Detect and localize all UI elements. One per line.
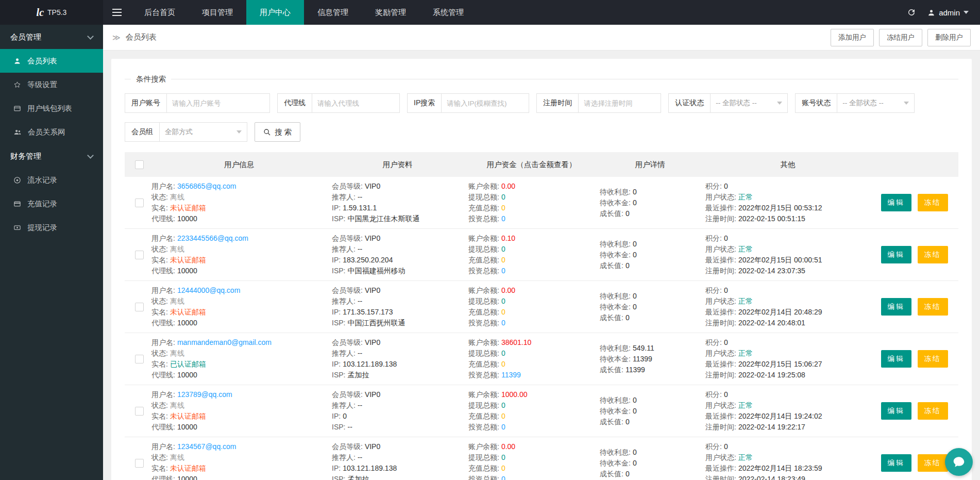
row-checkbox[interactable] [135, 198, 144, 207]
topnav-item[interactable]: 用户中心 [246, 0, 304, 25]
menu-toggle-icon[interactable] [103, 0, 131, 25]
invest-total-amount[interactable]: 0 [501, 214, 505, 223]
topnav-item[interactable]: 系统管理 [419, 0, 477, 25]
ip-input[interactable] [442, 93, 529, 113]
balance-amount[interactable]: 38601.10 [501, 338, 531, 346]
last-operation-time: 2022年02月14日 19:24:02 [738, 412, 822, 420]
invest-total-amount[interactable]: 0 [501, 319, 505, 327]
invest-total-amount[interactable]: 0 [501, 267, 505, 275]
username-link[interactable]: 123789@qq.com [177, 390, 232, 399]
topnav-item[interactable]: 后台首页 [131, 0, 189, 25]
username-link[interactable]: 2233445566@qq.com [177, 234, 248, 242]
agent-line-input[interactable] [312, 93, 400, 113]
last-operation-time: 2022年02月15日 00:00:51 [738, 256, 822, 264]
freeze-button[interactable]: 冻结 [918, 350, 948, 368]
sidebar-item-level-settings[interactable]: 等级设置 [0, 73, 103, 96]
online-status: 离线 [170, 453, 184, 461]
username-link[interactable]: manmandeman0@gmail.com [177, 338, 272, 346]
withdraw-total-amount[interactable]: 0 [501, 193, 505, 201]
freeze-button[interactable]: 冻结 [918, 246, 948, 263]
edit-button[interactable]: 编辑 [881, 350, 911, 368]
withdraw-total-amount[interactable]: 0 [501, 453, 505, 461]
balance-amount[interactable]: 1000.00 [501, 390, 528, 399]
edit-button[interactable]: 编辑 [881, 194, 911, 211]
growth-value: 0 [626, 313, 630, 322]
balance-amount[interactable]: 0.00 [501, 442, 515, 451]
member-list-card: 条件搜索 用户账号 代理线 IP搜索 注册时间 [111, 59, 972, 480]
isp-value: 孟加拉 [347, 371, 369, 379]
referrer-value: -- [358, 349, 362, 357]
withdraw-total-amount[interactable]: 0 [501, 245, 505, 253]
freeze-button[interactable]: 冻结 [918, 194, 948, 211]
edit-button[interactable]: 编辑 [881, 402, 911, 420]
withdraw-total-amount[interactable]: 0 [501, 297, 505, 305]
account-input[interactable] [167, 93, 270, 113]
row-checkbox[interactable] [135, 355, 144, 363]
freeze-button[interactable]: 冻结 [918, 402, 948, 420]
member-level: VIP0 [365, 338, 380, 346]
username-link[interactable]: 3656865@qq.com [177, 182, 236, 190]
recharge-total-amount[interactable]: 0 [501, 308, 505, 316]
edit-button[interactable]: 编辑 [881, 298, 911, 316]
topnav-item[interactable]: 项目管理 [189, 0, 246, 25]
edit-button[interactable]: 编辑 [881, 246, 911, 263]
page-action-button[interactable]: 添加用户 [831, 29, 874, 46]
row-checkbox[interactable] [135, 303, 144, 311]
sidebar-item-user-wallet-list[interactable]: 用户钱包列表 [0, 96, 103, 120]
balance-amount[interactable]: 0.00 [501, 182, 515, 190]
pending-interest: 0 [633, 396, 637, 404]
search-button[interactable]: 搜 索 [255, 122, 300, 142]
row-checkbox[interactable] [135, 459, 144, 468]
sidebar-item-recharge-records[interactable]: 充值记录 [0, 192, 103, 216]
admin-menu[interactable]: admin [927, 8, 969, 17]
invest-total-amount[interactable]: 0 [501, 423, 505, 431]
col-header-user-info: 用户信息 [151, 160, 332, 170]
balance-amount[interactable]: 0.10 [501, 234, 515, 242]
page-action-button[interactable]: 删除用户 [927, 29, 971, 46]
table-row: 用户名:12444000@qq.com 状态:离线 实名:未认证邮箱 代理线:1… [125, 281, 958, 333]
recharge-total-amount[interactable]: 0 [501, 360, 505, 368]
sidebar-group-finance[interactable]: 财务管理 [0, 144, 103, 168]
recharge-total-amount[interactable]: 0 [501, 464, 505, 472]
chat-widget-button[interactable] [945, 448, 973, 476]
user-status-badge: 正常 [738, 453, 753, 461]
recharge-total-amount[interactable]: 0 [501, 412, 505, 420]
topnav-item[interactable]: 奖励管理 [362, 0, 419, 25]
auth-status-select[interactable]: -- 全部状态 -- [711, 93, 788, 113]
register-time: 2022-02-15 00:51:15 [738, 214, 805, 223]
page-action-button[interactable]: 冻结用户 [879, 29, 922, 46]
refresh-icon[interactable] [907, 8, 916, 17]
agent-line-value: 10000 [177, 423, 197, 431]
freeze-button[interactable]: 冻结 [918, 298, 948, 316]
select-all-checkbox[interactable] [135, 160, 144, 169]
edit-button[interactable]: 编辑 [881, 454, 911, 472]
recharge-total-amount[interactable]: 0 [501, 204, 505, 212]
withdraw-total-amount[interactable]: 0 [501, 349, 505, 357]
username-link[interactable]: 12444000@qq.com [177, 286, 240, 294]
sidebar-item-withdraw-records[interactable]: 提现记录 [0, 216, 103, 239]
ip-value: 103.121.189.138 [343, 360, 397, 368]
ip-value: 103.121.189.138 [343, 464, 397, 472]
sidebar-item-flow-records[interactable]: 流水记录 [0, 168, 103, 192]
username-link[interactable]: 1234567@qq.com [177, 442, 236, 451]
pending-principal: 0 [633, 198, 637, 207]
realname-status: 已认证邮箱 [170, 360, 206, 368]
register-time: 2022-02-14 19:25:08 [738, 371, 805, 379]
member-level: VIP0 [365, 442, 380, 451]
row-checkbox[interactable] [135, 251, 144, 259]
invest-total-amount[interactable]: 11399 [501, 371, 521, 379]
filter-account: 用户账号 [125, 93, 270, 113]
withdraw-total-amount[interactable]: 0 [501, 401, 505, 409]
recharge-total-amount[interactable]: 0 [501, 256, 505, 264]
topnav-item[interactable]: 信息管理 [304, 0, 362, 25]
invest-total-amount[interactable]: 0 [501, 475, 505, 480]
balance-amount[interactable]: 0.00 [501, 286, 515, 294]
row-checkbox[interactable] [135, 407, 144, 416]
sidebar-item-member-list[interactable]: 会员列表 [0, 49, 103, 73]
reg-time-input[interactable] [579, 93, 661, 113]
account-status-select[interactable]: -- 全部状态 -- [837, 93, 915, 113]
freeze-button[interactable]: 冻结 [918, 454, 948, 472]
sidebar-group-member[interactable]: 会员管理 [0, 25, 103, 49]
sidebar-item-member-network[interactable]: 会员关系网 [0, 120, 103, 144]
member-group-select[interactable]: 全部方式 [160, 122, 247, 142]
